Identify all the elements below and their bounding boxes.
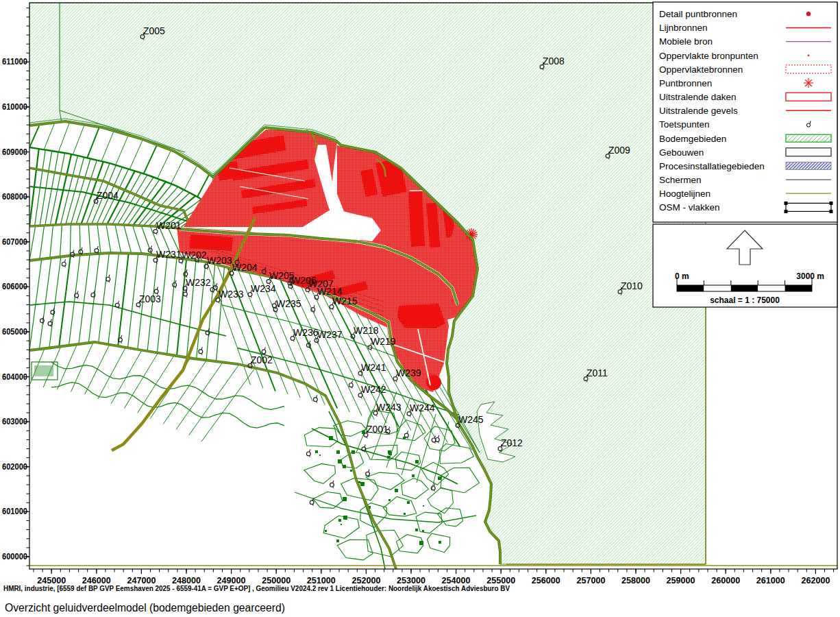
svg-text:609000: 609000 bbox=[2, 147, 27, 157]
svg-text:603000: 603000 bbox=[2, 417, 27, 426]
svg-text:Z008: Z008 bbox=[543, 56, 565, 66]
svg-text:W219: W219 bbox=[371, 336, 396, 347]
svg-text:606000: 606000 bbox=[2, 282, 27, 291]
svg-text:Z002: Z002 bbox=[251, 354, 273, 365]
svg-text:604000: 604000 bbox=[2, 372, 27, 382]
svg-text:Z005: Z005 bbox=[143, 25, 165, 36]
svg-text:W245: W245 bbox=[458, 414, 484, 425]
svg-text:257000: 257000 bbox=[576, 576, 605, 585]
svg-text:Hoogtelijnen: Hoogtelijnen bbox=[659, 189, 711, 199]
svg-text:W203: W203 bbox=[207, 255, 232, 266]
svg-text:Uitstralende gevels: Uitstralende gevels bbox=[659, 106, 738, 116]
svg-text:Uitstralende daken: Uitstralende daken bbox=[659, 92, 737, 102]
svg-text:605000: 605000 bbox=[2, 327, 27, 337]
svg-text:W204: W204 bbox=[232, 262, 258, 273]
svg-text:Procesinstallatiegebieden: Procesinstallatiegebieden bbox=[659, 161, 765, 171]
svg-text:Z009: Z009 bbox=[608, 145, 630, 156]
svg-text:Schermen: Schermen bbox=[659, 175, 702, 185]
svg-text:258000: 258000 bbox=[621, 576, 650, 585]
svg-text:Bodemgebieden: Bodemgebieden bbox=[659, 134, 726, 144]
svg-text:Toetspunten: Toetspunten bbox=[659, 119, 710, 130]
svg-text:Detail puntbronnen: Detail puntbronnen bbox=[659, 9, 737, 19]
svg-text:W215: W215 bbox=[332, 295, 358, 306]
svg-text:OSM - vlakken: OSM - vlakken bbox=[659, 202, 720, 213]
svg-text:607000: 607000 bbox=[2, 237, 27, 247]
svg-text:608000: 608000 bbox=[2, 192, 27, 202]
svg-text:W237: W237 bbox=[317, 329, 343, 340]
svg-text:Z011: Z011 bbox=[586, 367, 608, 378]
svg-text:Z004: Z004 bbox=[97, 190, 119, 201]
svg-text:W236: W236 bbox=[293, 327, 319, 338]
svg-text:601000: 601000 bbox=[2, 507, 27, 516]
svg-text:261000: 261000 bbox=[756, 576, 785, 585]
svg-text:schaal = 1 : 75000: schaal = 1 : 75000 bbox=[710, 295, 780, 305]
svg-text:W243: W243 bbox=[376, 402, 402, 413]
svg-text:W202: W202 bbox=[182, 250, 207, 261]
svg-text:Z003: Z003 bbox=[139, 293, 161, 304]
svg-text:W232: W232 bbox=[186, 277, 211, 288]
svg-text:Oppervlakte bronpunten: Oppervlakte bronpunten bbox=[659, 51, 758, 61]
svg-text:Z010: Z010 bbox=[621, 280, 643, 291]
svg-text:W235: W235 bbox=[276, 298, 301, 309]
svg-text:Lijnbronnen: Lijnbronnen bbox=[659, 23, 708, 33]
svg-text:W241: W241 bbox=[361, 362, 386, 373]
svg-text:Z001: Z001 bbox=[367, 424, 388, 435]
svg-text:Gebouwen: Gebouwen bbox=[659, 147, 704, 158]
svg-text:W233: W233 bbox=[219, 289, 244, 300]
svg-text:W231: W231 bbox=[156, 249, 182, 260]
svg-text:Oppervlaktebronnen: Oppervlaktebronnen bbox=[659, 64, 743, 75]
svg-text:260000: 260000 bbox=[711, 576, 740, 585]
svg-text:Z012: Z012 bbox=[501, 437, 523, 448]
svg-text:W234: W234 bbox=[251, 283, 276, 294]
svg-text:611000: 611000 bbox=[2, 57, 27, 66]
svg-text:W244: W244 bbox=[410, 402, 435, 413]
svg-text:0 m: 0 m bbox=[675, 271, 689, 281]
svg-text:Overzicht geluidverdeelmodel (: Overzicht geluidverdeelmodel (bodemgebie… bbox=[5, 602, 285, 614]
svg-text:W201: W201 bbox=[156, 220, 182, 231]
svg-text:259000: 259000 bbox=[667, 576, 695, 585]
svg-text:W218: W218 bbox=[354, 325, 379, 336]
svg-text:256000: 256000 bbox=[532, 576, 560, 585]
svg-text:610000: 610000 bbox=[2, 102, 27, 112]
svg-text:Puntbronnen: Puntbronnen bbox=[659, 78, 712, 88]
svg-text:602000: 602000 bbox=[2, 462, 27, 472]
svg-text:Mobiele bron: Mobiele bron bbox=[659, 36, 713, 47]
svg-text:262000: 262000 bbox=[801, 576, 830, 585]
svg-text:W242: W242 bbox=[361, 384, 386, 395]
svg-text:HMRI, industrie, [6559 def BP: HMRI, industrie, [6559 def BP GVP Eemsha… bbox=[3, 584, 510, 592]
svg-text:3000 m: 3000 m bbox=[796, 271, 824, 281]
svg-text:W239: W239 bbox=[396, 367, 421, 378]
svg-text:600000: 600000 bbox=[2, 552, 27, 561]
